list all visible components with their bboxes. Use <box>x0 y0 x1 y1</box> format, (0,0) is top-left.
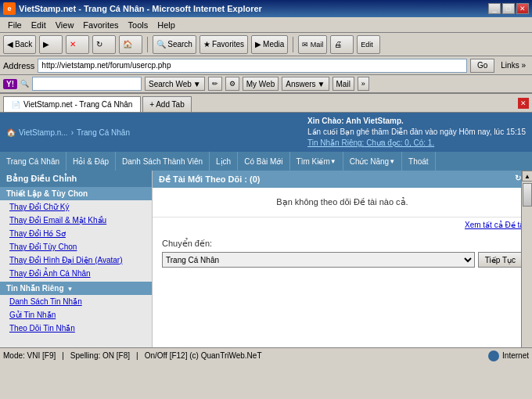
status-separator-2: | <box>136 351 138 360</box>
print-button[interactable]: 🖨 <box>330 35 354 54</box>
tab-favicon: 📄 <box>12 101 20 109</box>
internet-icon <box>488 350 499 361</box>
refresh-button[interactable]: ↻ <box>92 35 116 54</box>
no-topics-message: Bạn không theo dõi Đề tài nào cả. <box>153 188 532 217</box>
menu-favorites[interactable]: Favorites <box>78 19 123 31</box>
pencil-button[interactable]: ✏ <box>208 77 222 91</box>
sidebar-link-gui-tin-nhan[interactable]: Gửi Tin Nhắn <box>0 308 152 322</box>
searchbar: Y! 🔍 Search Web ▼ ✏ ⚙ My Web Answers ▼ M… <box>0 75 532 94</box>
answers-chevron-icon: ▼ <box>318 80 325 88</box>
home-button[interactable]: 🏠 <box>119 35 142 54</box>
content-area: Đề Tài Mới Theo Dõi : (0) ↻ Bạn không th… <box>153 171 532 363</box>
media-icon: ▶ <box>255 40 261 49</box>
sidebar-header: Bảng Điều Chỉnh <box>0 171 152 187</box>
sidebar-link-theo-doi-tin-nhan[interactable]: Theo Dõi Tin Nhắn <box>0 322 152 335</box>
chevron-down-messages-icon <box>67 284 74 293</box>
scroll-thumb[interactable] <box>523 183 532 207</box>
media-button[interactable]: ▶ Media <box>251 35 288 54</box>
favorites-button[interactable]: ★ Favorites <box>200 35 248 54</box>
redirect-section: Chuyển đến: Trang Cá Nhân Tiếp Tục <box>153 232 532 274</box>
mail-button[interactable]: ✉ Mail <box>298 35 327 54</box>
separator-2 <box>293 37 293 52</box>
menu-edit[interactable]: Edit <box>27 19 51 31</box>
address-label: Address <box>3 61 34 70</box>
overflow-button[interactable]: » <box>358 77 369 91</box>
toolbar: ◀ Back ▶ ✕ ↻ 🏠 🔍 Search ★ Favorites ▶ Me… <box>0 33 532 56</box>
scrollbar-track[interactable]: ▲ ▼ <box>521 171 532 363</box>
sidebar-link-chu-ky[interactable]: Thay Đổi Chữ Ký <box>0 200 152 214</box>
plus-icon: + <box>149 100 154 109</box>
menubar: File Edit View Favorites Tools Help <box>0 17 532 33</box>
search-icon: 🔍 <box>156 40 166 49</box>
maximize-button[interactable]: □ <box>502 3 515 14</box>
stop-button[interactable]: ✕ <box>66 35 89 54</box>
nav-trang-ca-nhan[interactable]: Trang Cá Nhân <box>0 152 66 171</box>
add-tab-button[interactable]: + Add Tab <box>142 96 191 112</box>
separator-1 <box>147 37 148 52</box>
answers-button[interactable]: Answers ▼ <box>282 77 329 91</box>
status-separator-1: | <box>62 351 64 360</box>
inbox-link[interactable]: Tin Nhắn Riêng: Chưa đọc: 0, Có: 1. <box>307 138 434 147</box>
sidebar-link-anh-ca-nhan[interactable]: Thay Đổi Ảnh Cá Nhân <box>0 267 152 280</box>
search-input[interactable] <box>32 77 142 91</box>
nav-lich[interactable]: Lịch <box>210 152 238 171</box>
tab-label: VietStamp.net - Trang Cá Nhân <box>23 100 132 109</box>
mail-search-button[interactable]: Mail <box>332 77 354 91</box>
add-tab-label: Add Tab <box>156 100 185 109</box>
addressbar: Address Go Links » <box>0 56 532 75</box>
sidebar-settings-header: Thiết Lập & Tùy Chon <box>0 187 152 200</box>
sidebar-link-danh-sach-tin-nhan[interactable]: Danh Sách Tin Nhắn <box>0 295 152 308</box>
scroll-up-button[interactable]: ▲ <box>522 171 532 182</box>
chevron-down-icon: ▼ <box>193 80 201 88</box>
sidebar-link-tuy-chon[interactable]: Thay Đổi Tùy Chon <box>0 240 152 253</box>
refresh-icon: ↻ <box>96 40 102 49</box>
menu-help[interactable]: Help <box>153 19 180 31</box>
sidebar-link-avatar[interactable]: Thay Đổi Hình Đại Diện (Avatar) <box>0 253 152 267</box>
minimize-button[interactable]: _ <box>488 3 501 14</box>
tabbar: 📄 VietStamp.net - Trang Cá Nhân + Add Ta… <box>0 94 532 113</box>
sidebar-link-email-matkhau[interactable]: Thay Đổi Email & Mật Khẩu <box>0 214 152 227</box>
nav-danh-sach[interactable]: Danh Sách Thành Viên <box>116 152 210 171</box>
content-header: Đề Tài Mới Theo Dõi : (0) ↻ <box>153 171 532 188</box>
go-button[interactable]: Go <box>470 59 494 73</box>
content-title: Đề Tài Mới Theo Dõi : (0) <box>159 174 261 185</box>
edit-button[interactable]: Edit <box>357 35 380 54</box>
tab-close-button[interactable]: ✕ <box>518 98 529 109</box>
site-nav: Trang Cá Nhân Hỏi & Đáp Danh Sách Thành … <box>0 152 532 171</box>
status-spelling: Spelling: ON [F8] <box>70 351 130 360</box>
nav-hoi-dap[interactable]: Hỏi & Đáp <box>66 152 116 171</box>
redirect-select[interactable]: Trang Cá Nhân <box>162 252 475 268</box>
nav-tim-kiem[interactable]: Tìm Kiếm <box>290 152 343 171</box>
menu-view[interactable]: View <box>51 19 79 31</box>
search-button[interactable]: 🔍 Search <box>153 35 196 54</box>
forward-button[interactable]: ▶ <box>39 35 63 54</box>
address-input[interactable] <box>38 59 467 73</box>
breadcrumb-1[interactable]: VietStamp.n... <box>19 128 68 137</box>
page-content: 🏠 VietStamp.n... › Trang Cá Nhân Xin Chà… <box>0 113 532 363</box>
menu-file[interactable]: File <box>3 19 27 31</box>
search-web-button[interactable]: Search Web ▼ <box>145 77 205 91</box>
view-all-anchor[interactable]: Xem tất cả Đề tài <box>465 221 526 229</box>
breadcrumb-2: Trang Cá Nhân <box>77 128 130 137</box>
redirect-button[interactable]: Tiếp Tục <box>478 252 523 268</box>
main-layout: Bảng Điều Chỉnh Thiết Lập & Tùy Chon Tha… <box>0 171 532 363</box>
menu-tools[interactable]: Tools <box>124 19 153 31</box>
view-all-link: Xem tất cả Đề tài <box>153 217 532 232</box>
close-button[interactable]: ✕ <box>516 3 529 14</box>
status-mode: Mode: VNI [F9] <box>3 351 56 360</box>
nav-co-bai-moi[interactable]: Có Bài Mới <box>238 152 289 171</box>
status-onoff: On/Off [F12] (c) QuanTriWeb.NeT <box>145 351 262 360</box>
my-web-button[interactable]: My Web <box>243 77 279 91</box>
home-icon: 🏠 <box>123 40 132 49</box>
links-button[interactable]: Links » <box>498 60 529 70</box>
site-greeting: Xin Chào: Anh VietStamp. Lần cuối Bạn gh… <box>307 116 526 149</box>
nav-chuc-nang[interactable]: Chức Năng <box>343 152 402 171</box>
statusbar-right: Internet <box>488 350 529 361</box>
settings-search-button[interactable]: ⚙ <box>225 77 239 91</box>
sidebar-link-ho-so[interactable]: Thay Đổi Hồ Sơ <box>0 227 152 240</box>
nav-thoat[interactable]: Thoát <box>402 152 436 171</box>
active-tab[interactable]: 📄 VietStamp.net - Trang Cá Nhân <box>3 96 141 112</box>
star-icon: ★ <box>203 40 210 49</box>
ie-icon: e <box>3 2 16 15</box>
back-button[interactable]: ◀ Back <box>3 35 36 54</box>
